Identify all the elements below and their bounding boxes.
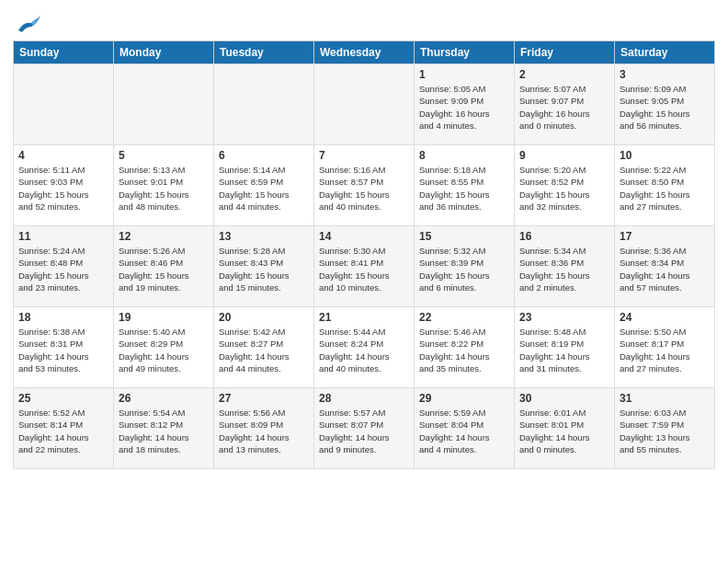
day-number: 27 bbox=[219, 392, 309, 405]
weekday-header-sunday: Sunday bbox=[14, 41, 114, 64]
day-number: 22 bbox=[419, 311, 509, 324]
day-number: 5 bbox=[119, 149, 209, 162]
calendar-cell: 19Sunrise: 5:40 AMSunset: 8:29 PMDayligh… bbox=[114, 307, 214, 388]
calendar-table: SundayMondayTuesdayWednesdayThursdayFrid… bbox=[13, 40, 715, 469]
calendar-cell: 30Sunrise: 6:01 AMSunset: 8:01 PMDayligh… bbox=[515, 388, 615, 469]
calendar-cell: 28Sunrise: 5:57 AMSunset: 8:07 PMDayligh… bbox=[314, 388, 415, 469]
header-row bbox=[13, 9, 715, 35]
calendar-cell: 8Sunrise: 5:18 AMSunset: 8:55 PMDaylight… bbox=[415, 145, 515, 226]
logo bbox=[13, 13, 40, 35]
day-info: Sunrise: 5:36 AMSunset: 8:34 PMDaylight:… bbox=[620, 245, 710, 293]
day-number: 11 bbox=[18, 230, 108, 243]
day-info: Sunrise: 5:07 AMSunset: 9:07 PMDaylight:… bbox=[519, 83, 609, 132]
calendar-cell bbox=[214, 64, 314, 145]
calendar-cell: 26Sunrise: 5:54 AMSunset: 8:12 PMDayligh… bbox=[114, 388, 214, 469]
day-info: Sunrise: 5:20 AMSunset: 8:52 PMDaylight:… bbox=[519, 164, 609, 213]
day-info: Sunrise: 5:26 AMSunset: 8:46 PMDaylight:… bbox=[119, 245, 209, 293]
calendar-cell: 1Sunrise: 5:05 AMSunset: 9:09 PMDaylight… bbox=[415, 64, 515, 145]
calendar-cell: 2Sunrise: 5:07 AMSunset: 9:07 PMDaylight… bbox=[515, 64, 615, 145]
day-number: 17 bbox=[620, 230, 710, 243]
day-info: Sunrise: 5:40 AMSunset: 8:29 PMDaylight:… bbox=[119, 326, 209, 374]
day-number: 4 bbox=[18, 149, 108, 162]
calendar-cell: 13Sunrise: 5:28 AMSunset: 8:43 PMDayligh… bbox=[214, 226, 314, 307]
day-info: Sunrise: 6:01 AMSunset: 8:01 PMDaylight:… bbox=[519, 407, 609, 455]
calendar-container: SundayMondayTuesdayWednesdayThursdayFrid… bbox=[0, 0, 728, 477]
day-number: 19 bbox=[119, 311, 209, 324]
day-info: Sunrise: 6:03 AMSunset: 7:59 PMDaylight:… bbox=[620, 407, 710, 455]
day-number: 1 bbox=[419, 68, 509, 81]
calendar-cell: 24Sunrise: 5:50 AMSunset: 8:17 PMDayligh… bbox=[615, 307, 715, 388]
day-info: Sunrise: 5:24 AMSunset: 8:48 PMDaylight:… bbox=[18, 245, 108, 293]
day-info: Sunrise: 5:28 AMSunset: 8:43 PMDaylight:… bbox=[219, 245, 309, 293]
day-number: 30 bbox=[519, 392, 609, 405]
day-number: 29 bbox=[419, 392, 509, 405]
day-number: 8 bbox=[419, 149, 509, 162]
day-info: Sunrise: 5:59 AMSunset: 8:04 PMDaylight:… bbox=[419, 407, 509, 455]
calendar-cell: 14Sunrise: 5:30 AMSunset: 8:41 PMDayligh… bbox=[314, 226, 415, 307]
day-info: Sunrise: 5:42 AMSunset: 8:27 PMDaylight:… bbox=[219, 326, 309, 374]
day-info: Sunrise: 5:14 AMSunset: 8:59 PMDaylight:… bbox=[219, 164, 309, 213]
day-info: Sunrise: 5:13 AMSunset: 9:01 PMDaylight:… bbox=[119, 164, 209, 213]
calendar-cell: 31Sunrise: 6:03 AMSunset: 7:59 PMDayligh… bbox=[615, 388, 715, 469]
day-info: Sunrise: 5:38 AMSunset: 8:31 PMDaylight:… bbox=[18, 326, 108, 374]
day-info: Sunrise: 5:30 AMSunset: 8:41 PMDaylight:… bbox=[319, 245, 409, 293]
weekday-header-wednesday: Wednesday bbox=[314, 41, 415, 64]
calendar-cell: 25Sunrise: 5:52 AMSunset: 8:14 PMDayligh… bbox=[14, 388, 114, 469]
day-number: 2 bbox=[519, 68, 609, 81]
day-info: Sunrise: 5:46 AMSunset: 8:22 PMDaylight:… bbox=[419, 326, 509, 374]
day-number: 15 bbox=[419, 230, 509, 243]
weekday-header-thursday: Thursday bbox=[415, 41, 515, 64]
calendar-cell bbox=[14, 64, 114, 145]
calendar-week-5: 25Sunrise: 5:52 AMSunset: 8:14 PMDayligh… bbox=[14, 388, 715, 469]
day-info: Sunrise: 5:16 AMSunset: 8:57 PMDaylight:… bbox=[319, 164, 409, 213]
calendar-week-2: 4Sunrise: 5:11 AMSunset: 9:03 PMDaylight… bbox=[14, 145, 715, 226]
calendar-cell: 6Sunrise: 5:14 AMSunset: 8:59 PMDaylight… bbox=[214, 145, 314, 226]
day-info: Sunrise: 5:50 AMSunset: 8:17 PMDaylight:… bbox=[620, 326, 710, 374]
weekday-header-monday: Monday bbox=[114, 41, 214, 64]
day-info: Sunrise: 5:44 AMSunset: 8:24 PMDaylight:… bbox=[319, 326, 409, 374]
calendar-week-4: 18Sunrise: 5:38 AMSunset: 8:31 PMDayligh… bbox=[14, 307, 715, 388]
day-number: 13 bbox=[219, 230, 309, 243]
calendar-cell: 9Sunrise: 5:20 AMSunset: 8:52 PMDaylight… bbox=[515, 145, 615, 226]
day-number: 24 bbox=[620, 311, 710, 324]
calendar-cell: 15Sunrise: 5:32 AMSunset: 8:39 PMDayligh… bbox=[415, 226, 515, 307]
day-number: 7 bbox=[319, 149, 409, 162]
calendar-cell: 7Sunrise: 5:16 AMSunset: 8:57 PMDaylight… bbox=[314, 145, 415, 226]
day-info: Sunrise: 5:05 AMSunset: 9:09 PMDaylight:… bbox=[419, 83, 509, 132]
calendar-cell: 10Sunrise: 5:22 AMSunset: 8:50 PMDayligh… bbox=[615, 145, 715, 226]
calendar-cell: 21Sunrise: 5:44 AMSunset: 8:24 PMDayligh… bbox=[314, 307, 415, 388]
day-number: 25 bbox=[18, 392, 108, 405]
day-number: 3 bbox=[620, 68, 710, 81]
day-number: 6 bbox=[219, 149, 309, 162]
day-info: Sunrise: 5:52 AMSunset: 8:14 PMDaylight:… bbox=[18, 407, 108, 455]
calendar-cell: 22Sunrise: 5:46 AMSunset: 8:22 PMDayligh… bbox=[415, 307, 515, 388]
calendar-cell: 3Sunrise: 5:09 AMSunset: 9:05 PMDaylight… bbox=[615, 64, 715, 145]
calendar-week-1: 1Sunrise: 5:05 AMSunset: 9:09 PMDaylight… bbox=[14, 64, 715, 145]
day-info: Sunrise: 5:18 AMSunset: 8:55 PMDaylight:… bbox=[419, 164, 509, 213]
calendar-cell: 11Sunrise: 5:24 AMSunset: 8:48 PMDayligh… bbox=[14, 226, 114, 307]
day-number: 12 bbox=[119, 230, 209, 243]
calendar-cell: 17Sunrise: 5:36 AMSunset: 8:34 PMDayligh… bbox=[615, 226, 715, 307]
day-number: 23 bbox=[519, 311, 609, 324]
calendar-cell: 16Sunrise: 5:34 AMSunset: 8:36 PMDayligh… bbox=[515, 226, 615, 307]
calendar-cell bbox=[114, 64, 214, 145]
weekday-header-friday: Friday bbox=[515, 41, 615, 64]
day-info: Sunrise: 5:11 AMSunset: 9:03 PMDaylight:… bbox=[18, 164, 108, 213]
day-info: Sunrise: 5:32 AMSunset: 8:39 PMDaylight:… bbox=[419, 245, 509, 293]
calendar-cell: 23Sunrise: 5:48 AMSunset: 8:19 PMDayligh… bbox=[515, 307, 615, 388]
calendar-cell: 12Sunrise: 5:26 AMSunset: 8:46 PMDayligh… bbox=[114, 226, 214, 307]
calendar-cell: 4Sunrise: 5:11 AMSunset: 9:03 PMDaylight… bbox=[14, 145, 114, 226]
day-info: Sunrise: 5:48 AMSunset: 8:19 PMDaylight:… bbox=[519, 326, 609, 374]
day-info: Sunrise: 5:54 AMSunset: 8:12 PMDaylight:… bbox=[119, 407, 209, 455]
day-number: 18 bbox=[18, 311, 108, 324]
day-number: 10 bbox=[620, 149, 710, 162]
day-info: Sunrise: 5:56 AMSunset: 8:09 PMDaylight:… bbox=[219, 407, 309, 455]
calendar-cell: 20Sunrise: 5:42 AMSunset: 8:27 PMDayligh… bbox=[214, 307, 314, 388]
day-number: 26 bbox=[119, 392, 209, 405]
calendar-cell: 29Sunrise: 5:59 AMSunset: 8:04 PMDayligh… bbox=[415, 388, 515, 469]
calendar-week-3: 11Sunrise: 5:24 AMSunset: 8:48 PMDayligh… bbox=[14, 226, 715, 307]
calendar-cell: 27Sunrise: 5:56 AMSunset: 8:09 PMDayligh… bbox=[214, 388, 314, 469]
logo-bird-icon bbox=[15, 13, 40, 35]
day-info: Sunrise: 5:57 AMSunset: 8:07 PMDaylight:… bbox=[319, 407, 409, 455]
day-number: 20 bbox=[219, 311, 309, 324]
